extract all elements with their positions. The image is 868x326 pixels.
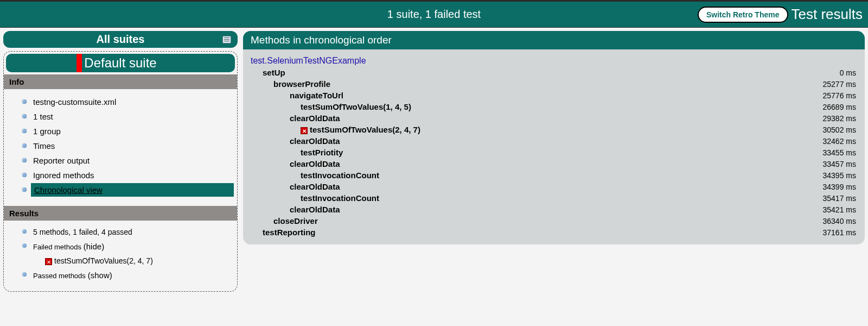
method-name: testReporting	[252, 228, 316, 237]
method-row[interactable]: testSumOfTwoValues(1, 4, 5)26689 ms	[251, 101, 857, 112]
failed-method-item[interactable]: ✕testSumOfTwoValues(2, 4, 7)	[4, 254, 237, 268]
method-time: 36340 ms	[823, 217, 856, 225]
default-suite-header[interactable]: Default suite	[6, 54, 235, 72]
results-list: 5 methods, 1 failed, 4 passed Failed met…	[4, 221, 237, 291]
method-row[interactable]: clearOldData34399 ms	[251, 181, 857, 192]
method-row[interactable]: testPriotity33455 ms	[251, 147, 857, 158]
all-suites-header[interactable]: All suites	[3, 31, 238, 48]
method-time: 33457 ms	[823, 160, 856, 168]
method-name: navigateToUrl	[252, 91, 343, 100]
method-name: clearOldData	[252, 182, 340, 191]
method-time: 0 ms	[840, 68, 856, 77]
method-name: clearOldData	[252, 136, 340, 146]
info-item-group[interactable]: 1 group	[4, 124, 237, 139]
info-list: testng-customsuite.xml 1 test 1 group Ti…	[4, 89, 237, 206]
chronological-content: test.SeleniumTestNGExample setUp0 msbrow…	[243, 49, 865, 244]
method-row[interactable]: clearOldData33457 ms	[251, 158, 857, 170]
info-item-reporter[interactable]: Reporter output	[4, 153, 237, 168]
all-suites-label: All suites	[97, 33, 145, 45]
method-name: closeDriver	[252, 216, 318, 225]
method-row[interactable]: testReporting37161 ms	[251, 227, 857, 238]
method-row[interactable]: testInvocationCount35417 ms	[251, 192, 857, 204]
info-item-test[interactable]: 1 test	[4, 109, 237, 124]
method-name: clearOldData	[252, 159, 340, 168]
switch-theme-button[interactable]: Switch Retro Theme	[698, 7, 788, 23]
method-time: 34399 ms	[823, 183, 856, 191]
info-item-ignored[interactable]: Ignored methods	[4, 168, 237, 183]
method-time: 35421 ms	[823, 205, 856, 214]
method-time: 25776 ms	[823, 91, 856, 100]
info-section-header: Info	[4, 74, 237, 89]
failed-methods-toggle[interactable]: Failed methods (hide)	[4, 239, 237, 254]
fail-indicator-icon	[76, 54, 82, 72]
method-time: 29382 ms	[823, 114, 856, 123]
results-summary: 5 methods, 1 failed, 4 passed	[4, 225, 237, 239]
method-row[interactable]: clearOldData35421 ms	[251, 204, 857, 215]
fail-x-icon: ✕	[301, 127, 308, 134]
method-name: testInvocationCount	[252, 193, 379, 203]
method-row[interactable]: setUp0 ms	[251, 67, 857, 78]
method-name: testSumOfTwoValues(1, 4, 5)	[252, 102, 411, 111]
page-header: 1 suite, 1 failed test Switch Retro Them…	[0, 2, 868, 28]
default-suite-label: Default suite	[84, 55, 156, 70]
method-time: 33455 ms	[823, 148, 856, 157]
method-row[interactable]: clearOldData29382 ms	[251, 112, 857, 124]
method-time: 32462 ms	[823, 137, 856, 146]
collapse-all-icon[interactable]	[222, 36, 231, 43]
method-name: testInvocationCount	[252, 171, 379, 180]
method-time: 26689 ms	[823, 103, 856, 111]
main-container: All suites Default suite Info testng-cus…	[0, 28, 868, 295]
method-time: 37161 ms	[823, 228, 856, 237]
method-row[interactable]: navigateToUrl25776 ms	[251, 90, 857, 101]
info-item-chronological[interactable]: Chronological view	[4, 183, 237, 197]
method-row[interactable]: browserProfile25277 ms	[251, 78, 857, 90]
method-name: ✕testSumOfTwoValues(2, 4, 7)	[252, 125, 420, 134]
suite-box: Default suite Info testng-customsuite.xm…	[3, 51, 238, 292]
method-time: 25277 ms	[823, 80, 856, 89]
info-item-xml[interactable]: testng-customsuite.xml	[4, 95, 237, 109]
method-time: 34395 ms	[823, 171, 856, 180]
method-name: clearOldData	[252, 205, 340, 214]
test-class-name[interactable]: test.SeleniumTestNGExample	[251, 55, 857, 67]
method-row[interactable]: closeDriver36340 ms	[251, 215, 857, 227]
method-name: browserProfile	[252, 79, 330, 89]
method-name: testPriotity	[252, 148, 343, 157]
page-title: Test results	[792, 6, 863, 23]
fail-x-icon: ✕	[45, 258, 52, 265]
method-row[interactable]: testInvocationCount34395 ms	[251, 170, 857, 181]
method-name: clearOldData	[252, 114, 340, 123]
passed-methods-toggle[interactable]: Passed methods (show)	[4, 268, 237, 283]
right-panel: Methods in chronological order test.Sele…	[243, 31, 865, 244]
left-panel: All suites Default suite Info testng-cus…	[3, 31, 238, 292]
method-time: 35417 ms	[823, 194, 856, 203]
results-section-header: Results	[4, 206, 237, 221]
method-name: setUp	[252, 68, 285, 77]
method-row[interactable]: clearOldData32462 ms	[251, 135, 857, 147]
method-time: 30502 ms	[823, 126, 856, 134]
chronological-header: Methods in chronological order	[243, 31, 865, 49]
info-item-times[interactable]: Times	[4, 139, 237, 153]
method-row[interactable]: ✕testSumOfTwoValues(2, 4, 7)30502 ms	[251, 124, 857, 135]
